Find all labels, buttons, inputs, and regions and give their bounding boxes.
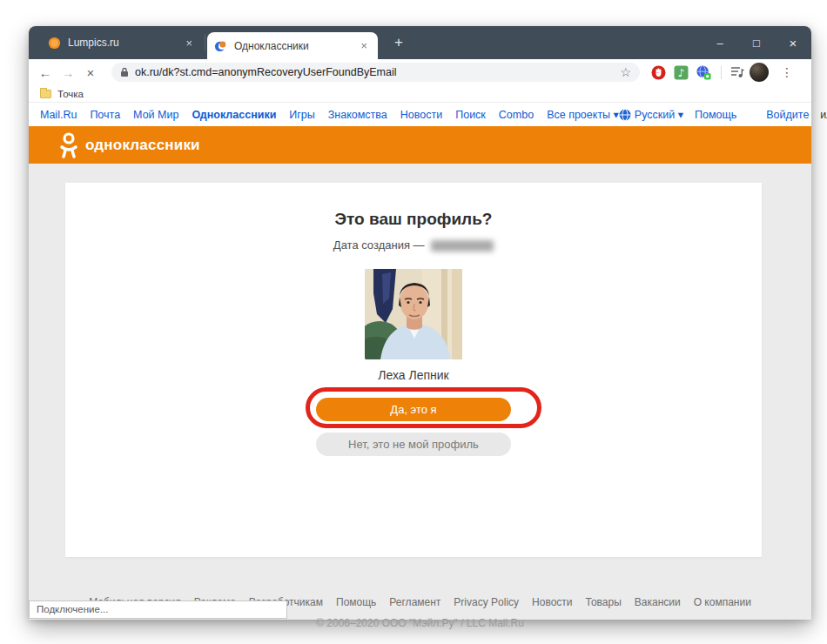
media-queue-icon[interactable] <box>730 66 744 78</box>
back-icon[interactable]: ← <box>34 65 57 80</box>
language-selector[interactable]: Русский ▾ <box>619 108 683 121</box>
lock-icon <box>120 67 129 77</box>
nav-link-igry[interactable]: Игры <box>289 109 314 121</box>
globe-extension-icon[interactable] <box>696 65 711 80</box>
mailru-nav-right: Русский ▾ Помощь Войдите или зарегистрир… <box>619 108 827 121</box>
bookmark-star-icon[interactable]: ☆ <box>620 65 631 79</box>
tab-close-icon[interactable]: × <box>182 37 196 50</box>
bookmarks-bar: Точка <box>29 85 811 103</box>
creation-date-label: Дата создания — <box>333 238 425 252</box>
nav-link-combo[interactable]: Combo <box>499 109 534 121</box>
ok-brand-label[interactable]: одноклассники <box>85 137 200 154</box>
mailru-nav-links: Mail.Ru Почта Мой Мир Одноклассники Игры… <box>40 108 619 121</box>
yes-its-me-button[interactable]: Да, это я <box>316 398 511 421</box>
ok-logo-icon[interactable] <box>59 132 78 158</box>
language-globe-icon <box>619 109 631 121</box>
close-button[interactable]: × <box>775 26 811 59</box>
mailru-nav: Mail.Ru Почта Мой Мир Одноклассники Игры… <box>29 103 811 126</box>
tab-lumpics[interactable]: Lumpics.ru × <box>41 26 203 59</box>
svg-text:♪: ♪ <box>678 67 685 79</box>
footer-link-news[interactable]: Новости <box>532 596 572 608</box>
profile-confirm-card: Это ваш профиль? Дата создания — <box>65 183 762 557</box>
toolbar-separator <box>721 66 722 79</box>
page-body: Это ваш профиль? Дата создания — <box>29 164 811 620</box>
nav-link-znakomstva[interactable]: Знакомства <box>328 109 387 121</box>
footer-link-about[interactable]: О компании <box>694 596 751 608</box>
minimize-button[interactable]: – <box>702 26 738 59</box>
browser-toolbar: ← → × ok.ru/dk?st.cmd=anonymRecoveryUser… <box>29 59 811 85</box>
titlebar: Lumpics.ru × Одноклассники × + – □ × <box>29 26 811 59</box>
ok-header: одноклассники <box>29 126 811 164</box>
or-label: или <box>820 109 827 121</box>
nav-link-help[interactable]: Помощь <box>695 109 736 121</box>
profile-name: Леха Лепник <box>65 368 762 382</box>
footer-link-tovary[interactable]: Товары <box>586 596 622 608</box>
address-bar[interactable]: ok.ru/dk?st.cmd=anonymRecoveryUserFoundB… <box>111 63 640 82</box>
nav-link-poisk[interactable]: Поиск <box>455 109 486 121</box>
copyright-text: © 2006–2020 ООО "Мэйл.Ру" / LLC Mail.Ru <box>29 617 811 629</box>
creation-date-redacted <box>431 240 494 252</box>
music-extension-icon[interactable]: ♪ <box>674 65 689 80</box>
tab-close-icon[interactable]: × <box>357 39 371 52</box>
new-tab-button[interactable]: + <box>387 33 410 52</box>
nav-link-mailru[interactable]: Mail.Ru <box>40 109 77 121</box>
bookmark-folder-label[interactable]: Точка <box>57 89 84 99</box>
tab-title: Lumpics.ru <box>68 37 182 49</box>
login-link[interactable]: Войдите <box>766 109 809 121</box>
maximize-button[interactable]: □ <box>738 26 775 59</box>
not-my-profile-button[interactable]: Нет, это не мой профиль <box>316 433 511 456</box>
footer-link-reglament[interactable]: Регламент <box>389 596 440 608</box>
url-text: ok.ru/dk?st.cmd=anonymRecoveryUserFoundB… <box>135 66 620 78</box>
browser-window: Lumpics.ru × Одноклассники × + – □ × ← →… <box>29 26 811 620</box>
nav-link-pochta[interactable]: Почта <box>90 109 120 121</box>
creation-date-row: Дата создания — <box>65 238 762 252</box>
lumpics-favicon-icon <box>48 37 61 50</box>
nav-link-all-projects[interactable]: Все проекты ▾ <box>547 108 619 121</box>
footer-link-vacancies[interactable]: Вакансии <box>635 596 681 608</box>
profile-avatar[interactable] <box>750 63 769 82</box>
tab-odnoklassniki[interactable]: Одноклассники × <box>207 32 378 59</box>
nav-link-odnoklassniki[interactable]: Одноклассники <box>192 109 276 121</box>
forward-icon[interactable]: → <box>57 65 79 80</box>
footer-link-help[interactable]: Помощь <box>336 596 376 608</box>
nav-link-moymir[interactable]: Мой Мир <box>133 109 178 121</box>
page-title: Это ваш профиль? <box>65 210 762 229</box>
window-controls: – □ × <box>702 26 811 59</box>
connection-status: Подключение... <box>29 600 287 619</box>
adblock-extension-icon[interactable] <box>651 65 666 80</box>
chrome-menu-icon[interactable]: ⋮ <box>777 63 797 82</box>
ok-favicon-icon <box>214 39 227 52</box>
nav-link-novosti[interactable]: Новости <box>400 109 442 121</box>
bookmark-folder-icon[interactable] <box>40 90 51 98</box>
footer-link-privacy[interactable]: Privacy Policy <box>454 596 519 608</box>
language-label[interactable]: Русский ▾ <box>635 108 683 121</box>
stop-loading-icon[interactable]: × <box>79 65 102 80</box>
profile-photo <box>365 269 462 359</box>
tab-title: Одноклассники <box>234 40 357 52</box>
